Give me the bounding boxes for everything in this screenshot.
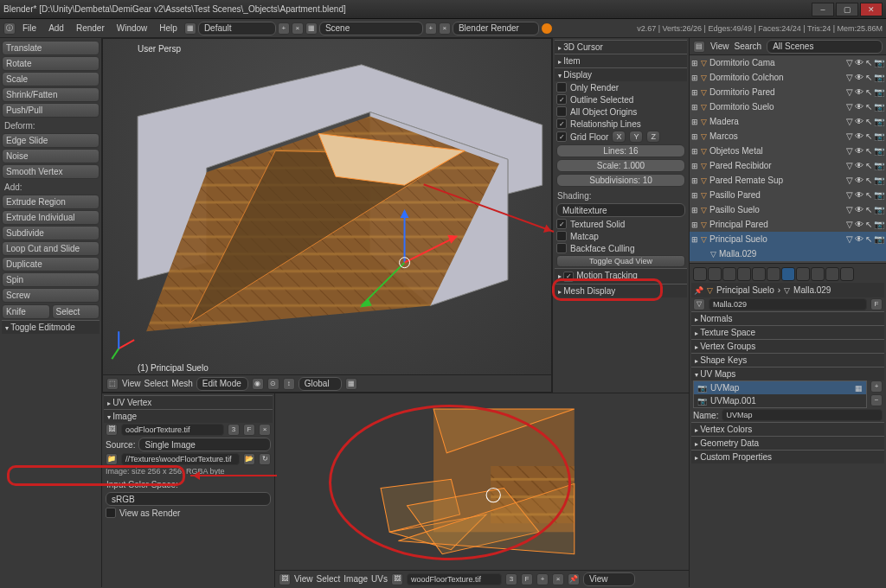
lines-field[interactable]: Lines: 16 — [556, 144, 685, 157]
view3d-mesh[interactable]: Mesh — [171, 379, 192, 388]
3d-viewport[interactable]: User Persp (1) Principal Suelo ⬚ View Se… — [102, 38, 552, 393]
mesh-mini-icon[interactable]: ▽ — [846, 234, 853, 244]
mesh-mini-icon[interactable]: ▽ — [846, 73, 853, 82]
outliner-item[interactable]: ⊞▽Pasillo Pared▽ 👁↖📷 — [690, 188, 886, 202]
minimize-button[interactable]: – — [812, 3, 834, 16]
menu-add[interactable]: Add — [43, 22, 69, 35]
rel-checkbox[interactable] — [556, 118, 567, 129]
cursor-icon[interactable]: ↖ — [865, 73, 872, 82]
eye-icon[interactable]: 👁 — [855, 234, 864, 244]
outliner-list[interactable]: ⊞▽Dormitorio Cama▽ 👁↖📷⊞▽Dormitorio Colch… — [690, 55, 886, 263]
outliner-item[interactable]: ⊞▽Madera▽ 👁↖📷 — [690, 114, 886, 129]
uvmap-remove-button[interactable]: − — [870, 394, 883, 406]
grid-checkbox[interactable] — [556, 131, 567, 142]
tab-texture[interactable] — [811, 267, 825, 281]
tool-duplicate[interactable]: Duplicate — [2, 257, 100, 272]
render-icon[interactable]: 📷 — [874, 58, 884, 67]
panel-3dcursor[interactable]: 3D Cursor — [555, 40, 687, 54]
outliner-item[interactable]: ⊞▽Dormitorio Colchon▽ 👁↖📷 — [690, 70, 886, 85]
outliner-filter-dropdown[interactable]: All Scenes — [767, 40, 883, 54]
outliner-child[interactable]: ▽Malla.029 — [690, 246, 886, 261]
panel-meshdisplay[interactable]: Mesh Display — [555, 284, 687, 297]
uv-select[interactable]: Select — [317, 574, 341, 584]
cursor-icon[interactable]: ↖ — [865, 205, 872, 214]
uvmap-name-field[interactable]: UVMap — [722, 409, 883, 421]
panel-display[interactable]: Display — [555, 67, 687, 81]
cursor-icon[interactable]: ↖ — [865, 234, 872, 244]
mesh-mini-icon[interactable]: ▽ — [846, 161, 853, 170]
uv-unlink-icon[interactable]: × — [552, 573, 564, 585]
scene-add-button[interactable]: + — [425, 22, 437, 35]
tool-spin[interactable]: Spin — [2, 272, 100, 287]
editor-type-icon[interactable]: ⓘ — [3, 22, 16, 35]
layout-add-button[interactable]: + — [278, 22, 290, 35]
render-icon[interactable]: 📷 — [874, 234, 884, 244]
image-browse-icon[interactable]: 🖼 — [106, 424, 118, 436]
tool-smooth[interactable]: Smooth Vertex — [2, 164, 100, 179]
outline-checkbox[interactable] — [556, 94, 567, 105]
tab-scene[interactable] — [708, 267, 722, 281]
cursor-icon[interactable]: ↖ — [865, 87, 872, 97]
colorspace-dropdown[interactable]: sRGB — [106, 492, 271, 506]
scene-del-button[interactable]: × — [439, 22, 451, 35]
expand-icon[interactable]: ⊞ — [691, 206, 698, 214]
mesh-mini-icon[interactable]: ▽ — [846, 87, 853, 97]
render-icon[interactable]: 📷 — [874, 161, 884, 170]
menu-file[interactable]: File — [17, 22, 42, 35]
origins-checkbox[interactable] — [556, 106, 567, 117]
uv-uvs[interactable]: UVs — [371, 574, 388, 584]
outliner-item[interactable]: ⊞▽Dormitorio Pared▽ 👁↖📷 — [690, 85, 886, 99]
uvmap-render-icon[interactable]: ▦ — [855, 384, 863, 393]
eye-icon[interactable]: 👁 — [855, 220, 864, 229]
expand-icon[interactable]: ⊞ — [691, 147, 698, 156]
eye-icon[interactable]: 👁 — [855, 190, 864, 200]
mesh-mini-icon[interactable]: ▽ — [846, 176, 853, 185]
mesh-mini-icon[interactable]: ▽ — [846, 146, 853, 156]
tab-physics[interactable] — [840, 267, 854, 281]
backface-checkbox[interactable] — [556, 243, 567, 253]
mesh-mini-icon[interactable]: ▽ — [846, 58, 853, 67]
breadcrumb-obj[interactable]: Principal Suelo — [716, 285, 774, 295]
only-render-checkbox[interactable] — [556, 82, 567, 93]
uvmap-item-2[interactable]: 📷UVMap.001 — [694, 394, 866, 407]
cursor-icon[interactable]: ↖ — [865, 190, 872, 200]
panel-vcolors[interactable]: Vertex Colors — [691, 422, 884, 436]
toggle-quad-button[interactable]: Toggle Quad View — [556, 255, 685, 267]
panel-vgroups[interactable]: Vertex Groups — [691, 339, 884, 353]
panel-item[interactable]: Item — [555, 54, 687, 67]
render-icon[interactable]: 📷 — [874, 146, 884, 156]
expand-icon[interactable]: ⊞ — [691, 162, 698, 170]
open-file-icon[interactable]: 📂 — [243, 453, 255, 465]
scale-field[interactable]: Scale: 1.000 — [556, 159, 685, 172]
render-icon[interactable]: 📷 — [874, 102, 884, 112]
outliner-item[interactable]: ⊞▽Pared Recibidor▽ 👁↖📷 — [690, 158, 886, 173]
meshname-field[interactable]: Malla.029 — [709, 298, 867, 310]
uv-fakeuser[interactable]: F — [521, 573, 533, 585]
reload-icon[interactable]: ↻ — [259, 453, 271, 465]
eye-icon[interactable]: 👁 — [855, 131, 864, 141]
outliner-type-icon[interactable]: ▤ — [693, 41, 705, 53]
tool-knife[interactable]: Knife — [2, 304, 50, 319]
orientation-dropdown[interactable]: Global — [299, 377, 342, 391]
tab-material[interactable] — [796, 267, 810, 281]
mesh-mini-icon[interactable]: ▽ — [846, 220, 853, 229]
image-users[interactable]: 3 — [228, 424, 240, 436]
menu-help[interactable]: Help — [154, 22, 183, 35]
uv-users[interactable]: 3 — [505, 573, 517, 585]
outliner-item[interactable]: ⊞▽Pasillo Suelo▽ 👁↖📷 — [690, 202, 886, 217]
eye-icon[interactable]: 👁 — [855, 161, 864, 170]
eye-icon[interactable]: 👁 — [855, 146, 864, 156]
maximize-button[interactable]: ▢ — [836, 3, 858, 16]
pin-icon[interactable]: 📌 — [694, 286, 703, 295]
expand-icon[interactable]: ⊞ — [691, 59, 698, 67]
uv-mode-dropdown[interactable]: View — [583, 572, 635, 586]
panel-shapekeys[interactable]: Shape Keys — [691, 353, 884, 367]
render-icon[interactable]: 📷 — [874, 190, 884, 200]
menu-window[interactable]: Window — [112, 22, 153, 35]
render-icon[interactable]: 📷 — [874, 131, 884, 141]
uv-add-icon[interactable]: + — [536, 573, 549, 585]
view3d-view[interactable]: View — [122, 379, 141, 388]
eye-icon[interactable]: 👁 — [855, 176, 864, 185]
layers-icon[interactable]: ▦ — [345, 378, 357, 390]
tool-scale[interactable]: Scale — [2, 72, 100, 86]
